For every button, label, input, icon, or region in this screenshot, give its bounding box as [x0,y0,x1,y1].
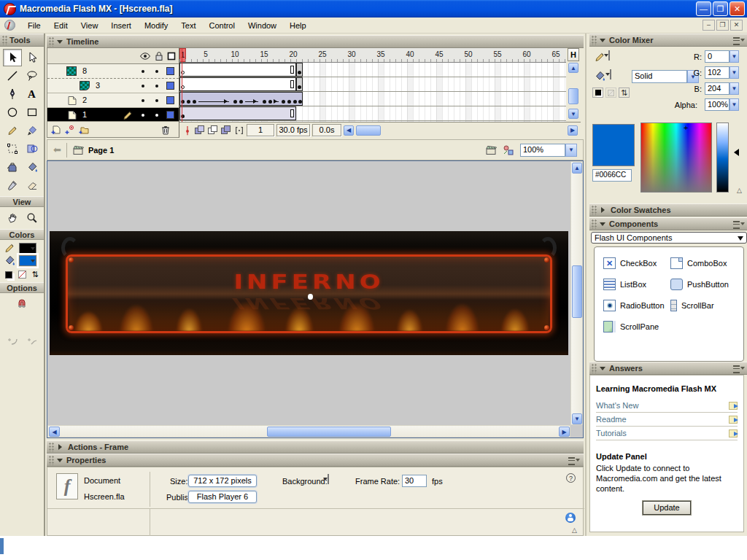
swap-colors-button[interactable]: ⇅ [619,88,630,98]
outline-all-icon[interactable] [166,50,177,62]
text-tool[interactable]: A [23,85,42,103]
zoom-dropdown-arrow[interactable]: ▼ [565,144,577,157]
component-combobox[interactable]: ComboBox [670,257,727,269]
end-frame-marker[interactable] [290,109,294,117]
hex-color-field[interactable]: #0066CC [592,169,632,182]
component-set-select[interactable]: Flash UI Components [591,232,747,244]
insert-layer-folder-button[interactable] [78,124,90,136]
stage-horizontal-scrollbar[interactable]: ◀ ▶ [47,425,570,438]
show-hide-all-icon[interactable] [139,50,151,62]
frame-track-layer-8[interactable] [179,63,566,77]
layer-row-3[interactable]: 3 [47,79,179,93]
keyframe[interactable] [193,100,196,104]
panel-options-icon[interactable] [568,456,580,464]
whats-new-link[interactable]: What's New [596,399,738,413]
color-spectrum-picker[interactable]: + [640,122,712,192]
frame-rate-field[interactable]: 30.0 fps [276,124,310,136]
layer-row-1-selected[interactable]: 1 [47,108,179,122]
oval-tool[interactable] [3,104,22,121]
insert-layer-button[interactable] [50,124,62,136]
scroll-up-arrow[interactable]: ▲ [572,163,582,174]
subselect-tool[interactable] [23,49,42,66]
frame-track-layer-1[interactable] [179,106,566,121]
fill-transform-tool[interactable] [23,140,42,158]
publish-button[interactable]: Flash Player 6 [188,491,257,503]
panel-gripper[interactable] [592,364,597,373]
layer-visibility-dot[interactable] [142,85,144,88]
r-field[interactable]: 0▼ [705,50,739,63]
menu-insert[interactable]: Insert [104,19,138,32]
layer-lock-dot[interactable] [155,114,158,117]
scroll-left-arrow[interactable]: ◀ [344,125,354,136]
stage-document[interactable]: INFERNO INFERNO [50,231,568,355]
modify-onion-markers-button[interactable] [234,125,244,136]
scrollbar-thumb[interactable] [267,427,391,437]
scroll-down-arrow[interactable]: ▼ [568,109,578,119]
panel-gripper[interactable] [2,36,8,45]
tutorials-link[interactable]: Tutorials [596,427,738,440]
scroll-right-arrow[interactable]: ▶ [568,125,578,136]
component-listbox[interactable]: ListBox [603,279,646,290]
ink-bottle-tool[interactable] [3,158,22,176]
default-colors-button[interactable] [3,269,15,280]
end-frame-marker[interactable] [290,66,294,74]
menu-text[interactable]: Text [174,19,202,32]
properties-panel-header[interactable]: Properties [47,454,584,467]
line-tool[interactable] [3,67,22,85]
keyframe[interactable] [298,85,301,89]
scene-name[interactable]: Page 1 [88,146,114,155]
brightness-slider-arrow[interactable] [730,149,739,156]
size-button[interactable]: 712 x 172 pixels [188,475,257,487]
layer-visibility-dot[interactable] [142,70,144,73]
help-icon[interactable]: ? [566,473,576,483]
registration-point[interactable] [308,294,313,300]
swap-colors-button[interactable]: ⇅ [29,269,41,280]
no-color-button[interactable] [16,269,28,280]
keyframe[interactable] [263,100,266,104]
playhead-frame-indicator[interactable]: 1 [179,48,186,62]
frame-track-layer-2[interactable] [179,92,566,106]
edit-multiple-frames-button[interactable] [221,125,232,136]
edit-symbols-button[interactable] [503,144,514,156]
menu-view[interactable]: View [74,19,105,32]
layer-visibility-dot[interactable] [142,99,144,102]
menu-help[interactable]: Help [283,19,313,32]
component-pushbutton[interactable]: PushButton [670,279,729,290]
actions-panel-header[interactable]: Actions - Frame [47,440,584,454]
menu-edit[interactable]: Edit [47,19,74,32]
onion-skin-button[interactable] [195,125,206,136]
back-arrow-icon[interactable]: ⬅ [53,144,61,155]
hand-tool[interactable] [3,209,22,227]
keyframe[interactable] [287,100,291,104]
timeline-panel-header[interactable]: Timeline [47,35,584,48]
stage-work-area[interactable]: INFERNO INFERNO ▲ ▼ ◀ ▶ [47,160,584,438]
scroll-down-arrow[interactable]: ▼ [572,413,582,424]
layer-lock-dot[interactable] [155,85,158,88]
mdi-close-button[interactable]: ✕ [730,20,743,31]
scrollbar-thumb[interactable] [568,88,578,104]
keyframe[interactable] [233,100,237,104]
delete-layer-button[interactable] [160,124,171,136]
panel-gripper[interactable] [592,206,597,215]
timeline-ruler[interactable]: 1 5 10 15 20 25 30 35 40 45 50 55 60 65 [179,48,566,63]
scroll-left-arrow[interactable]: ◀ [49,427,60,437]
restore-button[interactable]: ❐ [713,1,728,16]
component-radiobutton[interactable]: RadioButton [603,300,665,311]
component-scrollbar[interactable]: ScrollBar [670,300,714,311]
mdi-restore-button[interactable]: ❐ [716,20,729,31]
zoom-value[interactable]: 100% [520,144,565,157]
minimize-button[interactable]: — [696,1,711,16]
brush-tool[interactable] [23,122,42,139]
brightness-slider[interactable] [716,122,729,192]
keyframe[interactable] [239,100,243,104]
arrow-tool[interactable] [3,49,22,66]
center-frame-button[interactable] [182,125,193,136]
alpha-field[interactable]: 100%▼ [705,98,739,111]
tools-panel-header[interactable]: Tools [0,34,44,47]
menu-file[interactable]: File [21,19,47,32]
end-frame-marker[interactable] [290,80,294,88]
color-swatches-header[interactable]: Color Swatches [589,203,747,217]
snap-to-objects-toggle[interactable] [12,295,31,313]
mixer-fill-swatch[interactable] [610,69,611,79]
g-field[interactable]: 102▼ [705,66,739,79]
